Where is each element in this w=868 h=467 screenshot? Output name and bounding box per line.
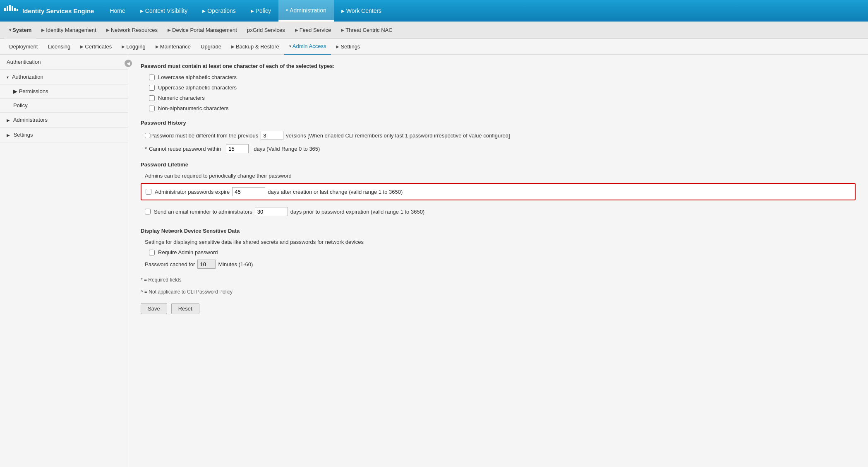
third-nav-licensing[interactable]: Licensing bbox=[43, 39, 75, 55]
second-nav-device-portal-label: Device Portal Management bbox=[172, 27, 237, 33]
logo-area: Identity Services Engine bbox=[4, 5, 94, 17]
cisco-logo-icon bbox=[4, 5, 19, 17]
sidebar-item-permissions-arrow: ▶ bbox=[13, 88, 17, 94]
third-nav-certificates-arrow: ▶ bbox=[80, 44, 84, 49]
third-nav-maintenance[interactable]: ▶ Maintenance bbox=[151, 39, 196, 55]
footnote1: * = Required fields bbox=[141, 277, 856, 283]
nav-administration[interactable]: ▾ Administration bbox=[278, 0, 334, 22]
second-nav-pxgrid-label: pxGrid Services bbox=[247, 27, 285, 33]
third-nav-maintenance-arrow: ▶ bbox=[156, 44, 159, 49]
nav-operations[interactable]: ▶ Operations bbox=[195, 0, 243, 22]
second-navigation: ▾ System ▶ Identity Management ▶ Network… bbox=[0, 22, 868, 39]
lowercase-label: Lowercase alphabetic characters bbox=[158, 74, 237, 80]
password-history-checkbox[interactable] bbox=[145, 133, 150, 138]
email-reminder-checkbox[interactable] bbox=[145, 209, 151, 214]
third-nav-upgrade[interactable]: Upgrade bbox=[196, 39, 226, 55]
third-navigation: Deployment Licensing ▶ Certificates ▶ Lo… bbox=[0, 39, 868, 55]
sidebar-item-policy[interactable]: Policy bbox=[0, 99, 128, 113]
admin-expire-suffix: days after creation or last change (vali… bbox=[268, 189, 403, 195]
second-nav-network-resources[interactable]: ▶ Network Resources bbox=[101, 22, 163, 39]
nav-policy-arrow: ▶ bbox=[251, 9, 254, 13]
second-nav-network-resources-label: Network Resources bbox=[111, 27, 158, 33]
third-nav-deployment[interactable]: Deployment bbox=[4, 39, 43, 55]
password-history-input[interactable] bbox=[261, 131, 283, 140]
email-reminder-input[interactable] bbox=[255, 207, 288, 216]
third-nav-licensing-label: Licensing bbox=[48, 43, 70, 50]
nonalphanumeric-checkbox[interactable] bbox=[149, 106, 155, 111]
second-nav-identity-management[interactable]: ▶ Identity Management bbox=[36, 22, 101, 39]
sidebar-item-permissions[interactable]: ▶ Permissions bbox=[0, 84, 128, 99]
second-nav-threat-centric-nac-arrow: ▶ bbox=[341, 28, 344, 32]
reset-button[interactable]: Reset bbox=[171, 303, 199, 314]
second-nav-system-arrow: ▾ bbox=[9, 28, 11, 32]
third-nav-certificates-label: Certificates bbox=[85, 43, 112, 50]
svg-rect-2 bbox=[9, 5, 11, 11]
uppercase-label: Uppercase alphabetic characters bbox=[158, 84, 237, 91]
top-nav-items: Home ▶ Context Visibility ▶ Operations ▶… bbox=[102, 0, 864, 22]
uppercase-checkbox[interactable] bbox=[149, 85, 155, 91]
lowercase-checkbox[interactable] bbox=[149, 75, 155, 80]
sidebar-item-settings-label: Settings bbox=[14, 132, 33, 138]
require-admin-row: Require Admin password bbox=[141, 249, 856, 255]
nav-operations-arrow: ▶ bbox=[202, 9, 206, 13]
checkbox-row-uppercase: Uppercase alphabetic characters bbox=[141, 84, 856, 91]
sidebar-item-authentication[interactable]: Authentication bbox=[0, 55, 128, 70]
third-nav-deployment-label: Deployment bbox=[9, 43, 38, 50]
third-nav-logging-label: Logging bbox=[126, 43, 145, 50]
checkbox-row-nonalphanumeric: Non-alphanumeric characters bbox=[141, 105, 856, 111]
nav-policy[interactable]: ▶ Policy bbox=[243, 0, 278, 22]
nav-operations-label: Operations bbox=[207, 7, 235, 14]
sidebar-collapse-button[interactable]: ◀ bbox=[124, 59, 133, 68]
numeric-checkbox[interactable] bbox=[149, 95, 155, 101]
password-reuse-label: Cannot reuse password within bbox=[149, 146, 221, 152]
third-nav-admin-access[interactable]: ▾ Admin Access bbox=[284, 39, 331, 55]
svg-rect-4 bbox=[14, 8, 16, 11]
second-nav-threat-centric-nac-label: Threat Centric NAC bbox=[345, 27, 392, 33]
password-cached-row: Password cached for Minutes (1-60) bbox=[141, 260, 856, 269]
password-lifetime-title: Password Lifetime bbox=[141, 161, 856, 168]
main-layout: ◀ Authentication ▾ Authorization ▶ Permi… bbox=[0, 55, 868, 467]
app-title: Identity Services Engine bbox=[22, 7, 94, 14]
sidebar-item-administrators-arrow: ▶ bbox=[7, 118, 10, 123]
third-nav-certificates[interactable]: ▶ Certificates bbox=[75, 39, 117, 55]
svg-rect-0 bbox=[4, 8, 6, 11]
second-nav-feed-service-arrow: ▶ bbox=[295, 28, 298, 32]
display-sensitive-desc: Settings for displaying sensitive data l… bbox=[141, 239, 856, 245]
nav-administration-arrow: ▾ bbox=[286, 8, 288, 12]
third-nav-upgrade-label: Upgrade bbox=[201, 43, 221, 50]
sidebar-item-settings[interactable]: ▶ Settings bbox=[0, 128, 128, 142]
sidebar-item-authorization[interactable]: ▾ Authorization bbox=[0, 70, 128, 84]
password-reuse-row: * Cannot reuse password within days (Val… bbox=[141, 144, 856, 153]
password-reuse-input[interactable] bbox=[226, 144, 249, 153]
second-nav-pxgrid[interactable]: pxGrid Services bbox=[242, 22, 290, 39]
password-cached-label: Password cached for bbox=[145, 261, 195, 267]
sidebar-item-administrators[interactable]: ▶ Administrators bbox=[0, 113, 128, 128]
third-nav-logging[interactable]: ▶ Logging bbox=[117, 39, 150, 55]
second-nav-threat-centric-nac[interactable]: ▶ Threat Centric NAC bbox=[336, 22, 397, 39]
third-nav-backup-restore[interactable]: ▶ Backup & Restore bbox=[226, 39, 284, 55]
second-nav-system[interactable]: ▾ System bbox=[4, 22, 36, 39]
third-nav-settings[interactable]: ▶ Settings bbox=[331, 39, 365, 55]
nav-context-visibility[interactable]: ▶ Context Visibility bbox=[133, 0, 195, 22]
second-nav-device-portal[interactable]: ▶ Device Portal Management bbox=[163, 22, 242, 39]
sidebar-item-authentication-label: Authentication bbox=[7, 59, 41, 65]
third-nav-maintenance-label: Maintenance bbox=[160, 43, 191, 50]
nav-home-label: Home bbox=[110, 7, 125, 14]
checkbox-row-numeric: Numeric characters bbox=[141, 95, 856, 101]
third-nav-backup-restore-label: Backup & Restore bbox=[236, 43, 279, 50]
admin-expire-checkbox[interactable] bbox=[146, 189, 151, 195]
admin-expire-label: Administrator passwords expire bbox=[155, 189, 230, 195]
third-nav-logging-arrow: ▶ bbox=[122, 44, 125, 49]
nav-home[interactable]: Home bbox=[102, 0, 132, 22]
password-cached-input[interactable] bbox=[197, 260, 216, 269]
third-nav-settings-arrow: ▶ bbox=[336, 44, 339, 49]
save-button[interactable]: Save bbox=[141, 303, 167, 314]
second-nav-feed-service[interactable]: ▶ Feed Service bbox=[290, 22, 336, 39]
display-sensitive-title: Display Network Device Sensitive Data bbox=[141, 228, 856, 234]
nav-work-centers[interactable]: ▶ Work Centers bbox=[334, 0, 389, 22]
sidebar-item-administrators-label: Administrators bbox=[13, 117, 48, 123]
second-nav-identity-management-label: Identity Management bbox=[46, 27, 96, 33]
password-history-label: Password must be different from the prev… bbox=[150, 132, 258, 139]
admin-expire-input[interactable] bbox=[232, 187, 265, 196]
require-admin-checkbox[interactable] bbox=[149, 250, 155, 255]
